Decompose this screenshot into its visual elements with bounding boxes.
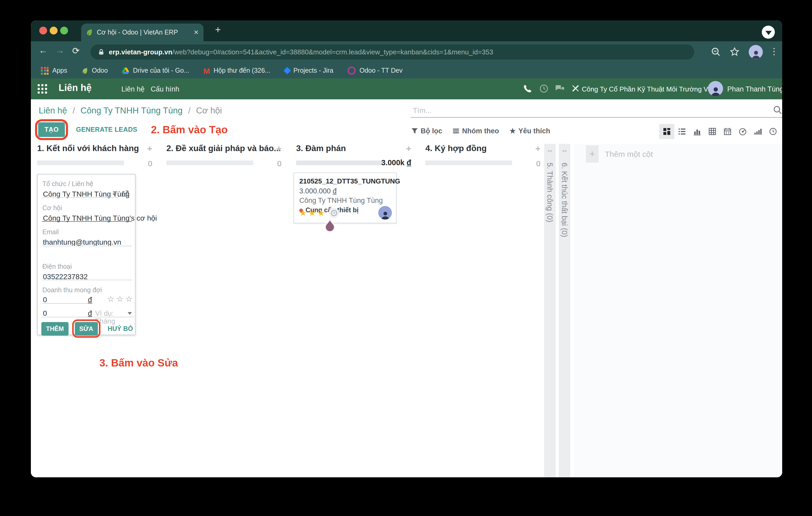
- dropdown-caret-icon[interactable]: [128, 312, 132, 315]
- main-content: Liên hệ / Công Ty TNHH Tùng Tùng / Cơ hộ…: [31, 99, 782, 477]
- tab-search-button[interactable]: [762, 26, 775, 39]
- card-title: 210525_12_DTT35_TUNGTUNG: [299, 177, 391, 185]
- new-tab-button[interactable]: +: [215, 24, 221, 35]
- search-input[interactable]: Tìm...: [411, 103, 782, 118]
- back-button[interactable]: ←: [39, 45, 48, 56]
- jira-icon: [283, 67, 291, 74]
- messages-icon[interactable]: [555, 84, 564, 93]
- column-amount: 3.000k đ: [381, 158, 411, 167]
- column-progressbar[interactable]: [296, 160, 383, 165]
- bookmark-odoo[interactable]: Odoo: [81, 67, 108, 74]
- close-window-button[interactable]: [39, 27, 47, 34]
- favorites-button[interactable]: ★ Yêu thích: [510, 126, 550, 135]
- dropdown-caret-icon[interactable]: [113, 193, 117, 196]
- priority-stars[interactable]: ☆☆☆: [107, 294, 135, 304]
- add-column-label[interactable]: Thêm một cột: [605, 150, 653, 158]
- view-activity-button[interactable]: [765, 124, 781, 139]
- add-column-button[interactable]: +: [586, 145, 599, 162]
- browser-tab[interactable]: Cơ hội - Odoo | VietAn ERP ✕: [81, 24, 204, 41]
- user-avatar[interactable]: [708, 81, 723, 96]
- app-title[interactable]: Liên hệ: [59, 83, 92, 94]
- browser-toolbar: ← → ⟳ erp.vietan-group.vn /web?debug=0#a…: [31, 41, 782, 63]
- column-count: 0: [536, 159, 541, 168]
- url-domain: erp.vietan-group.vn: [109, 48, 172, 56]
- filter-button[interactable]: Bộ lọc: [411, 127, 442, 134]
- bookmark-drive[interactable]: Drive của tôi - Go...: [122, 67, 189, 74]
- groupby-button[interactable]: Nhóm theo: [453, 127, 499, 134]
- bookmark-odoo-tt-dev[interactable]: Odoo - TT Dev: [347, 66, 402, 75]
- card-avatar[interactable]: [378, 206, 392, 219]
- generate-leads-button[interactable]: GENERATE LEADS: [76, 126, 137, 133]
- collapsed-column-5[interactable]: ↔ 5. Thành công (0): [544, 144, 556, 477]
- column-progressbar[interactable]: [166, 160, 253, 165]
- company-name[interactable]: Công Ty Cổ Phần Kỹ Thuật Môi Trường Vi..…: [582, 85, 715, 93]
- external-link-icon[interactable]: [122, 190, 129, 197]
- view-graph-button[interactable]: [690, 124, 705, 139]
- expected-revenue-field[interactable]: 0: [43, 295, 47, 304]
- lock-icon: [98, 49, 105, 55]
- browser-titlebar: Cơ hội - Odoo | VietAn ERP ✕ +: [31, 20, 782, 41]
- apps-menu-icon[interactable]: [38, 84, 47, 94]
- view-cohort-button[interactable]: [750, 124, 765, 139]
- column-title[interactable]: 1. Kết nối với khách hàng: [37, 144, 139, 153]
- collapsed-column-6[interactable]: ↔ 6. Kết thúc thất bại (0): [559, 144, 570, 477]
- expand-icon[interactable]: ↔: [559, 146, 570, 154]
- view-dashboard-button[interactable]: [735, 124, 750, 139]
- bookmarks-bar: Apps Odoo Drive của tôi - Go... M Hộp th…: [31, 63, 782, 79]
- forward-button[interactable]: →: [55, 45, 64, 56]
- url-bar[interactable]: erp.vietan-group.vn /web?debug=0#action=…: [90, 44, 694, 60]
- view-kanban-button[interactable]: [659, 124, 674, 139]
- column-title[interactable]: 3. Đàm phán: [296, 144, 346, 153]
- column-progressbar[interactable]: [425, 160, 512, 165]
- tab-close-icon[interactable]: ✕: [194, 29, 199, 36]
- add-record-icon[interactable]: +: [406, 144, 411, 154]
- column-title[interactable]: 4. Ký hợp đồng: [425, 144, 487, 153]
- annotation-step3: 3. Bấm vào Sửa: [99, 357, 178, 369]
- phone-icon[interactable]: [523, 84, 532, 93]
- column-title[interactable]: 2. Đề xuất giải pháp và báo...: [166, 144, 281, 153]
- minimize-window-button[interactable]: [50, 27, 58, 34]
- reload-button[interactable]: ⟳: [72, 45, 80, 57]
- ring-icon: [347, 66, 356, 75]
- breadcrumb-company[interactable]: Công Ty TNHH Tùng Tùng: [81, 105, 182, 115]
- breadcrumb-lien-he[interactable]: Liên hệ: [39, 105, 67, 115]
- bookmark-apps[interactable]: Apps: [41, 67, 67, 74]
- cancel-button[interactable]: HUỶ BỎ: [108, 325, 133, 332]
- add-record-icon[interactable]: +: [276, 144, 282, 154]
- browser-window: Cơ hội - Odoo | VietAn ERP ✕ + ← → ⟳ erp…: [31, 20, 782, 477]
- zoom-out-icon[interactable]: [711, 47, 720, 57]
- view-calendar-button[interactable]: [720, 124, 735, 139]
- funnel-icon: [411, 127, 418, 134]
- apps-grid-icon: [41, 67, 49, 74]
- search-icon[interactable]: [773, 105, 782, 115]
- browser-menu-icon[interactable]: ⋮: [770, 46, 779, 57]
- debug-tools-icon[interactable]: [571, 84, 580, 93]
- edit-button[interactable]: SỬA: [75, 322, 98, 335]
- activity-clock-icon[interactable]: [540, 84, 548, 93]
- expand-icon[interactable]: ↔: [544, 146, 556, 154]
- org-label: Tổ chức / Liên hệ: [42, 180, 93, 188]
- recurring-revenue-field[interactable]: 0: [43, 309, 47, 317]
- bookmark-jira[interactable]: Projects - Jira: [284, 67, 333, 74]
- add-button[interactable]: THÊM: [41, 322, 68, 335]
- card-priority-stars[interactable]: ★★★: [299, 208, 326, 218]
- user-name[interactable]: Phan Thanh Tùng: [727, 85, 782, 93]
- bookmark-star-icon[interactable]: [730, 47, 739, 57]
- kanban-card[interactable]: 210525_12_DTT35_TUNGTUNG 3.000.000 đ Côn…: [293, 173, 397, 223]
- add-record-icon[interactable]: +: [147, 144, 152, 154]
- column-progressbar[interactable]: [37, 160, 124, 165]
- bookmark-gmail[interactable]: M Hộp thư đến (326...: [204, 66, 270, 75]
- create-button[interactable]: TẠO: [38, 122, 65, 137]
- menu-lien-he[interactable]: Liên hệ: [121, 85, 145, 93]
- view-pivot-button[interactable]: [705, 124, 720, 139]
- view-list-button[interactable]: [674, 124, 690, 139]
- column-count: 0: [277, 159, 282, 168]
- activity-clock-icon[interactable]: [328, 208, 339, 218]
- maximize-window-button[interactable]: [60, 27, 68, 34]
- browser-profile-avatar[interactable]: [749, 45, 763, 59]
- add-record-icon[interactable]: +: [535, 144, 541, 154]
- annotation-circle-edit: SỬA: [72, 320, 100, 338]
- menu-cau-hinh[interactable]: Cấu hình: [151, 85, 179, 93]
- email-field[interactable]: thanhtung@tungtung.vn: [43, 238, 121, 246]
- odoo-navbar: Liên hệ Liên hệ Cấu hình Công Ty Cổ Phần…: [31, 79, 782, 99]
